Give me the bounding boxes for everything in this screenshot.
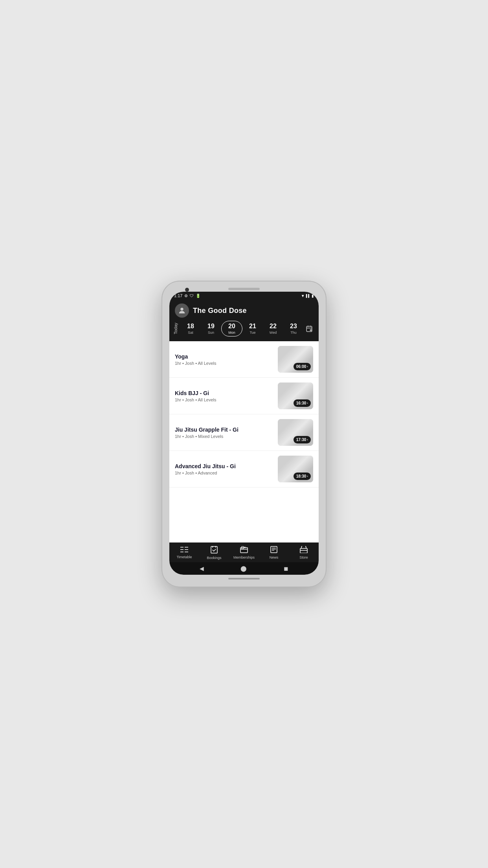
class-thumbnail-3: 18:30 › bbox=[278, 456, 313, 482]
class-item-1[interactable]: Kids BJJ - Gi 1hr • Josh • All Levels 16… bbox=[169, 378, 319, 414]
chevron-right-icon: › bbox=[307, 474, 308, 478]
class-name-2: Jiu Jitsu Grapple Fit - Gi bbox=[175, 427, 274, 433]
class-name-1: Kids BJJ - Gi bbox=[175, 390, 274, 396]
status-left: 1:17 ⚙ 🛡 🔋 bbox=[174, 293, 200, 298]
svg-rect-14 bbox=[211, 546, 217, 553]
day-number: 20 bbox=[228, 323, 235, 330]
battery-small-icon: 🔋 bbox=[196, 294, 200, 298]
time-badge-3: 18:30 › bbox=[294, 473, 311, 480]
time-badge-0: 06:00 › bbox=[294, 363, 311, 370]
shield-icon: 🛡 bbox=[190, 294, 194, 298]
app-header: The Good Dose bbox=[169, 300, 319, 318]
nav-bookings[interactable]: Bookings bbox=[199, 546, 229, 560]
phone-bottom bbox=[228, 575, 260, 583]
class-item-3[interactable]: Advanced Jiu Jitsu - Gi 1hr • Josh • Adv… bbox=[169, 451, 319, 487]
chevron-right-icon: › bbox=[307, 365, 308, 368]
back-button[interactable]: ◀ bbox=[200, 565, 204, 572]
day-name: Sat bbox=[188, 331, 193, 335]
day-number: 21 bbox=[249, 323, 256, 330]
wifi-icon: ▼ bbox=[301, 294, 305, 298]
class-info-1: Kids BJJ - Gi 1hr • Josh • All Levels bbox=[175, 390, 274, 402]
day-name: Sun bbox=[208, 331, 214, 335]
recents-button[interactable]: ◼ bbox=[284, 565, 288, 572]
signal-icon: ▌▌ bbox=[306, 294, 310, 298]
speaker bbox=[228, 288, 260, 290]
calendar-day-thu[interactable]: 23 Thu bbox=[283, 321, 304, 336]
class-info-2: Jiu Jitsu Grapple Fit - Gi 1hr • Josh • … bbox=[175, 427, 274, 439]
settings-icon: ⚙ bbox=[184, 294, 188, 298]
bookings-label: Bookings bbox=[207, 556, 221, 560]
class-meta-2: 1hr • Josh • Mixed Levels bbox=[175, 434, 274, 439]
day-name: Tue bbox=[250, 331, 255, 335]
class-item-2[interactable]: Jiu Jitsu Grapple Fit - Gi 1hr • Josh • … bbox=[169, 414, 319, 451]
store-label: Store bbox=[299, 555, 308, 559]
time-badge-2: 17:30 › bbox=[294, 436, 311, 443]
class-info-3: Advanced Jiu Jitsu - Gi 1hr • Josh • Adv… bbox=[175, 463, 274, 475]
calendar-day-wed[interactable]: 22 Wed bbox=[263, 321, 283, 336]
classes-list: Yoga 1hr • Josh • All Levels 06:00 › Kid… bbox=[169, 341, 319, 542]
class-thumbnail-1: 16:30 › bbox=[278, 383, 313, 409]
nav-store[interactable]: Store bbox=[289, 546, 319, 559]
news-label: News bbox=[270, 555, 279, 559]
camera-dot bbox=[185, 288, 189, 292]
timetable-icon bbox=[180, 546, 188, 554]
class-meta-0: 1hr • Josh • All Levels bbox=[175, 361, 274, 366]
today-label: Today bbox=[173, 323, 178, 334]
nav-memberships[interactable]: Memberships bbox=[229, 546, 259, 559]
day-number: 18 bbox=[187, 323, 194, 330]
status-time: 1:17 bbox=[174, 293, 182, 298]
memberships-icon bbox=[240, 546, 248, 554]
class-item-0[interactable]: Yoga 1hr • Josh • All Levels 06:00 › bbox=[169, 341, 319, 378]
class-thumbnail-0: 06:00 › bbox=[278, 346, 313, 373]
bookings-icon bbox=[211, 546, 218, 555]
class-info-0: Yoga 1hr • Josh • All Levels bbox=[175, 353, 274, 366]
phone-top bbox=[228, 285, 260, 292]
class-name-3: Advanced Jiu Jitsu - Gi bbox=[175, 463, 274, 469]
day-number: 22 bbox=[270, 323, 277, 330]
time-badge-1: 16:30 › bbox=[294, 399, 311, 407]
calendar-day-sun[interactable]: 19 Sun bbox=[201, 321, 221, 336]
phone-screen: 1:17 ⚙ 🛡 🔋 ▼ ▌▌ ▮ bbox=[169, 292, 319, 575]
memberships-label: Memberships bbox=[233, 555, 255, 559]
day-number: 19 bbox=[207, 323, 215, 330]
class-name-0: Yoga bbox=[175, 353, 274, 360]
days-container: 18 Sat 19 Sun 20 Mon 21 Tue 22 Wed 23 Th… bbox=[180, 321, 304, 337]
home-bar bbox=[228, 578, 260, 579]
news-icon bbox=[270, 546, 277, 554]
chevron-right-icon: › bbox=[307, 401, 308, 405]
home-button[interactable]: ⬤ bbox=[240, 565, 247, 572]
class-meta-3: 1hr • Josh • Advanced bbox=[175, 471, 274, 475]
app-screen: 1:17 ⚙ 🛡 🔋 ▼ ▌▌ ▮ bbox=[169, 292, 319, 575]
calendar-picker-button[interactable] bbox=[304, 323, 315, 334]
day-name: Thu bbox=[290, 331, 297, 335]
avatar[interactable] bbox=[175, 303, 189, 318]
bottom-nav: Timetable Bookings bbox=[169, 542, 319, 562]
day-name: Wed bbox=[270, 331, 277, 335]
class-meta-1: 1hr • Josh • All Levels bbox=[175, 397, 274, 402]
status-bar: 1:17 ⚙ 🛡 🔋 ▼ ▌▌ ▮ bbox=[169, 292, 319, 300]
calendar-day-sat[interactable]: 18 Sat bbox=[180, 321, 201, 336]
timetable-label: Timetable bbox=[176, 555, 192, 559]
nav-timetable[interactable]: Timetable bbox=[169, 546, 199, 559]
battery-icon: ▮ bbox=[312, 294, 314, 298]
day-name: Mon bbox=[228, 331, 235, 335]
store-icon bbox=[300, 546, 308, 554]
status-right: ▼ ▌▌ ▮ bbox=[301, 294, 314, 298]
app-title: The Good Dose bbox=[193, 307, 247, 315]
svg-rect-25 bbox=[300, 548, 307, 553]
android-nav: ◀ ⬤ ◼ bbox=[169, 562, 319, 575]
phone-device: 1:17 ⚙ 🛡 🔋 ▼ ▌▌ ▮ bbox=[161, 281, 327, 587]
calendar-day-tue[interactable]: 21 Tue bbox=[242, 321, 263, 336]
nav-news[interactable]: News bbox=[259, 546, 289, 559]
day-number: 23 bbox=[290, 323, 297, 330]
class-thumbnail-2: 17:30 › bbox=[278, 419, 313, 446]
chevron-right-icon: › bbox=[307, 438, 308, 441]
svg-point-0 bbox=[180, 308, 183, 311]
svg-rect-21 bbox=[271, 546, 277, 553]
calendar-day-mon[interactable]: 20 Mon bbox=[221, 321, 242, 337]
calendar-strip: Today 18 Sat 19 Sun 20 Mon 21 Tue 22 Wed… bbox=[169, 318, 319, 341]
